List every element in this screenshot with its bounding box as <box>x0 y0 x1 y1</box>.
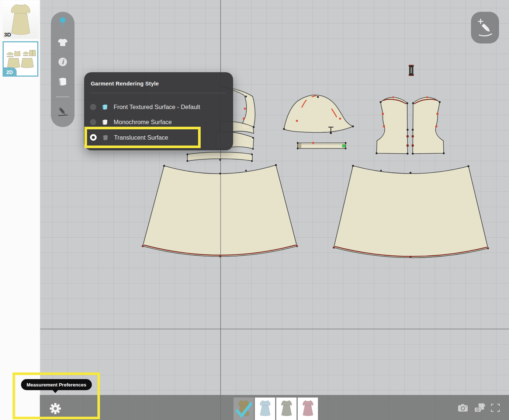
stylus-icon[interactable] <box>58 107 68 116</box>
tooltip-arrow <box>52 390 58 393</box>
measurement-preferences-tooltip: Measurement Preferences <box>21 379 92 390</box>
option-label: Front Textured Surface - Default <box>114 104 200 111</box>
canvas-grid <box>40 0 509 420</box>
colorway-sage-gray[interactable] <box>276 398 297 420</box>
garment-snapshot-icon[interactable] <box>474 403 486 413</box>
snapshot-camera-icon[interactable] <box>458 403 469 412</box>
canvas-axis-horizontal <box>40 329 509 329</box>
bottom-bar <box>40 395 509 420</box>
left-toolbar-icons: i <box>51 12 75 127</box>
pin-icon[interactable] <box>60 18 66 27</box>
highlight-box-translucent-option <box>84 127 201 148</box>
fabric-swatch-textured-icon <box>101 103 109 111</box>
popup-title: Garment Rendering Style <box>91 80 159 87</box>
colorway-dress <box>301 399 315 418</box>
colorway-dress <box>258 399 273 418</box>
add-annotation-button[interactable] <box>471 12 499 43</box>
radio-unselected[interactable] <box>90 104 96 110</box>
popup-divider <box>91 93 226 93</box>
colorway-dusty-pink[interactable] <box>298 398 318 420</box>
pattern-canvas[interactable] <box>40 0 509 420</box>
option-front-textured-surface[interactable]: Front Textured Surface - Default <box>90 101 229 113</box>
selected-check-icon <box>234 400 253 420</box>
fabric-swatch-monochrome-icon <box>101 118 109 126</box>
toolbar-divider <box>56 97 69 97</box>
option-label: Monochrome Surface <box>114 119 172 126</box>
radio-unselected[interactable] <box>90 119 96 125</box>
view-thumbnail-3d[interactable]: 3D <box>3 1 39 39</box>
view-thumbnail-2d[interactable]: 2D <box>3 41 38 77</box>
option-monochrome-surface[interactable]: Monochrome Surface <box>90 116 229 128</box>
canvas-axis-vertical <box>220 0 221 420</box>
info-icon[interactable]: i <box>59 58 67 66</box>
view-label-2d: 2D <box>6 69 13 75</box>
tooltip-text: Measurement Preferences <box>27 382 86 388</box>
view-label-3d: 3D <box>4 31 11 38</box>
colorway-light-blue[interactable] <box>255 398 275 420</box>
colorway-dress <box>279 399 294 418</box>
garment-icon[interactable] <box>58 39 67 46</box>
view-sidebar: 3D 2D <box>0 0 40 420</box>
fullscreen-icon[interactable] <box>491 404 500 412</box>
fabric-icon[interactable] <box>59 77 67 86</box>
colorway-olive[interactable] <box>233 398 254 420</box>
view-badge-2d: 2D <box>3 67 17 77</box>
bottom-bar-icons <box>458 403 500 413</box>
colorway-list <box>233 398 318 420</box>
